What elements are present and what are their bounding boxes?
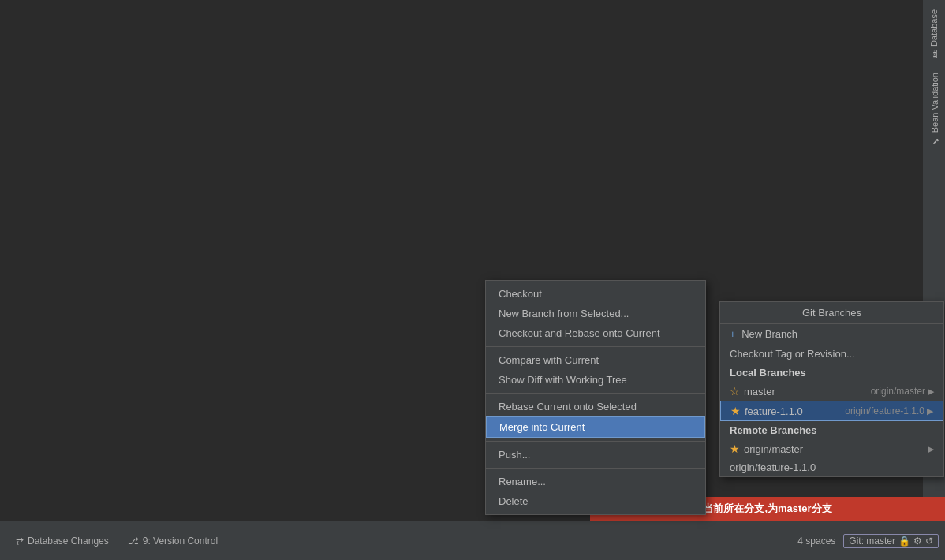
separator-3 xyxy=(486,441,705,442)
sidebar-tab-database[interactable]: 🗄 Database xyxy=(926,3,942,65)
star-icon-origin-master: ★ xyxy=(730,442,740,455)
branch-right-feature: origin/feature-1.1.0 ▶ xyxy=(845,405,933,416)
plus-icon: + xyxy=(730,328,736,340)
menu-item-rename[interactable]: Rename... xyxy=(486,472,705,491)
lock-icon: 🔒 xyxy=(898,536,910,547)
git-branches-panel: Git Branches + New Branch Checkout Tag o… xyxy=(719,301,944,477)
remote-branch-origin-master[interactable]: ★ origin/master ▶ xyxy=(720,439,943,458)
local-branches-header: Local Branches xyxy=(720,364,943,382)
menu-item-compare-current[interactable]: Compare with Current xyxy=(486,350,705,370)
git-master-label: Git: master xyxy=(849,536,895,547)
bottom-bar-right: 4 spaces Git: master 🔒 ⚙ ↺ xyxy=(793,534,939,548)
arrow-right-icon-origin-master: ▶ xyxy=(928,444,934,454)
branch-right-master: origin/master ▶ xyxy=(871,386,934,397)
remote-branches-header: Remote Branches xyxy=(720,421,943,439)
menu-item-merge-current[interactable]: Merge into Current xyxy=(486,416,705,438)
separator-4 xyxy=(486,468,705,469)
sidebar-tab-bean-validation[interactable]: ✔ Bean Validation xyxy=(926,66,943,152)
menu-item-checkout-rebase[interactable]: Checkout and Rebase onto Current xyxy=(486,323,705,343)
new-branch-action[interactable]: + New Branch xyxy=(720,324,943,344)
local-branch-master-name: master xyxy=(744,386,775,398)
refresh-icon: ↺ xyxy=(925,536,933,547)
checkout-tag-action[interactable]: Checkout Tag or Revision... xyxy=(720,344,943,364)
bottom-bar-version-control[interactable]: ⎇ 9: Version Control xyxy=(118,521,227,560)
local-branch-feature[interactable]: ★ feature-1.1.0 origin/feature-1.1.0 ▶ xyxy=(720,401,943,421)
remote-branch-origin-feature-name: origin/feature-1.1.0 xyxy=(730,461,816,473)
arrow-right-icon-feature: ▶ xyxy=(927,406,933,416)
branch-left-origin-feature: origin/feature-1.1.0 xyxy=(730,461,816,473)
menu-item-new-branch-from-selected[interactable]: New Branch from Selected... xyxy=(486,304,705,323)
separator-2 xyxy=(486,393,705,394)
menu-item-rebase-current[interactable]: Rebase Current onto Selected xyxy=(486,397,705,416)
bottom-bar: ⇄ Database Changes ⎇ 9: Version Control … xyxy=(0,521,945,560)
branch-left-origin-master: ★ origin/master xyxy=(730,442,803,455)
menu-item-delete[interactable]: Delete xyxy=(486,491,705,511)
spaces-indicator[interactable]: 4 spaces xyxy=(793,534,840,548)
bean-validation-icon: ✔ xyxy=(929,136,939,146)
bottom-bar-db-changes[interactable]: ⇄ Database Changes xyxy=(6,521,118,560)
menu-item-checkout[interactable]: Checkout xyxy=(486,284,705,304)
branch-left-master: ☆ master xyxy=(730,385,775,398)
new-branch-label: New Branch xyxy=(741,328,797,340)
arrow-right-icon-master: ▶ xyxy=(928,386,934,397)
watermark-text: 当前所在分支,为master分支 xyxy=(703,502,831,516)
star-icon-feature: ★ xyxy=(730,405,741,417)
local-branch-master[interactable]: ☆ master origin/master ▶ xyxy=(720,382,943,401)
menu-item-show-diff[interactable]: Show Diff with Working Tree xyxy=(486,370,705,390)
database-icon: 🗄 xyxy=(929,50,939,58)
local-branch-feature-remote: origin/feature-1.1.0 xyxy=(845,405,924,416)
branch-right-origin-master: ▶ xyxy=(928,444,934,454)
db-changes-label: Database Changes xyxy=(28,536,109,547)
db-changes-icon: ⇄ xyxy=(16,536,24,547)
version-control-icon: ⎇ xyxy=(128,536,139,547)
menu-item-push[interactable]: Push... xyxy=(486,445,705,465)
remote-branch-origin-master-name: origin/master xyxy=(744,443,803,455)
context-menu: Checkout New Branch from Selected... Che… xyxy=(485,280,706,515)
settings-icon: ⚙ xyxy=(913,536,922,547)
version-control-label: 9: Version Control xyxy=(143,536,218,547)
separator-1 xyxy=(486,346,705,347)
branch-left-feature: ★ feature-1.1.0 xyxy=(730,405,803,417)
star-outline-icon-master: ☆ xyxy=(730,385,740,398)
local-branch-master-remote: origin/master xyxy=(871,386,925,397)
checkout-tag-label: Checkout Tag or Revision... xyxy=(730,348,855,360)
git-branches-title: Git Branches xyxy=(720,302,943,324)
local-branch-feature-name: feature-1.1.0 xyxy=(745,405,803,417)
git-master-badge[interactable]: Git: master 🔒 ⚙ ↺ xyxy=(843,534,939,548)
remote-branch-origin-feature[interactable]: origin/feature-1.1.0 xyxy=(720,458,943,476)
